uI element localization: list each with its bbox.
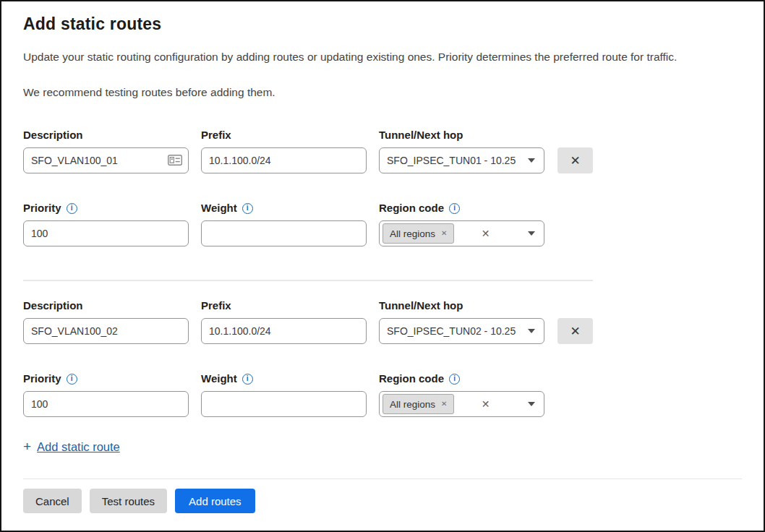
add-static-route-label: Add static route — [37, 440, 120, 454]
description-label: Description — [23, 299, 189, 313]
description-field-group: Description — [23, 128, 189, 173]
prefix-label: Prefix — [201, 299, 367, 313]
info-icon[interactable]: i — [449, 203, 460, 214]
close-icon: ✕ — [570, 153, 580, 168]
tunnel-field-group: Tunnel/Next hop SFO_IPSEC_TUN01 - 10.25.… — [379, 128, 544, 173]
chevron-down-icon — [528, 402, 535, 406]
priority-label: Priority — [23, 372, 61, 386]
chevron-down-icon — [528, 158, 535, 163]
info-icon[interactable]: i — [67, 203, 77, 214]
tunnel-label: Tunnel/Next hop — [379, 299, 544, 313]
add-routes-button[interactable]: Add routes — [175, 489, 255, 513]
test-routes-button[interactable]: Test routes — [90, 489, 167, 513]
tunnel-select-value: SFO_IPSEC_TUN01 - 10.25... — [387, 155, 516, 166]
weight-field-group: Weight i — [201, 201, 367, 246]
intro-text: Update your static routing configuration… — [23, 50, 742, 64]
chevron-down-icon — [528, 329, 535, 333]
description-input[interactable] — [23, 147, 189, 173]
prefix-input[interactable] — [201, 318, 367, 344]
contact-card-icon[interactable] — [168, 155, 182, 166]
chip-remove-icon[interactable]: ✕ — [441, 230, 447, 237]
region-code-label: Region code — [379, 201, 444, 215]
description-field-group: Description — [23, 299, 189, 344]
description-input[interactable] — [23, 318, 189, 344]
tunnel-select[interactable]: SFO_IPSEC_TUN02 - 10.25... — [379, 318, 544, 344]
region-code-field-group: Region code i All regions ✕ ✕ — [379, 201, 544, 246]
info-icon[interactable]: i — [67, 374, 77, 385]
footer-action-bar: Cancel Test routes Add routes — [23, 489, 742, 513]
region-code-multiselect[interactable]: All regions ✕ ✕ — [379, 220, 544, 246]
description-label: Description — [23, 128, 189, 142]
plus-icon: + — [23, 439, 31, 455]
region-chip: All regions ✕ — [382, 223, 454, 244]
recommendation-text: We recommend testing routes before addin… — [23, 85, 742, 99]
tunnel-select[interactable]: SFO_IPSEC_TUN01 - 10.25... — [379, 147, 544, 173]
prefix-label: Prefix — [201, 128, 367, 142]
weight-label: Weight — [201, 201, 237, 215]
weight-label: Weight — [201, 372, 237, 386]
region-code-field-group: Region code i All regions ✕ ✕ — [379, 372, 544, 417]
info-icon[interactable]: i — [449, 374, 460, 385]
weight-input[interactable] — [201, 391, 367, 417]
route-divider — [23, 280, 593, 281]
footer-divider — [23, 479, 742, 479]
route-entry-1: Description Prefix — [23, 128, 742, 246]
info-icon[interactable]: i — [242, 374, 253, 385]
tunnel-select-value: SFO_IPSEC_TUN02 - 10.25... — [387, 325, 516, 337]
region-chip-label: All regions — [390, 228, 435, 239]
add-static-routes-dialog: Add static routes Update your static rou… — [0, 0, 765, 532]
close-icon: ✕ — [570, 324, 580, 339]
add-static-route-link[interactable]: + Add static route — [23, 439, 120, 455]
cancel-button[interactable]: Cancel — [23, 489, 82, 513]
clear-icon[interactable]: ✕ — [482, 399, 490, 409]
priority-input[interactable] — [23, 391, 189, 417]
tunnel-label: Tunnel/Next hop — [379, 128, 544, 142]
weight-input[interactable] — [201, 220, 367, 246]
prefix-field-group: Prefix — [201, 128, 367, 173]
route-entry-2: Description Prefix Tunnel/Next hop SFO_I… — [23, 299, 742, 417]
priority-label: Priority — [23, 201, 61, 215]
prefix-field-group: Prefix — [201, 299, 367, 344]
region-code-multiselect[interactable]: All regions ✕ ✕ — [379, 391, 544, 417]
chip-remove-icon[interactable]: ✕ — [441, 400, 447, 408]
region-code-label: Region code — [379, 372, 444, 386]
remove-route-button[interactable]: ✕ — [557, 147, 593, 173]
info-icon[interactable]: i — [242, 203, 253, 214]
remove-route-button[interactable]: ✕ — [557, 318, 593, 344]
priority-input[interactable] — [23, 220, 189, 246]
region-chip-label: All regions — [390, 399, 435, 410]
priority-field-group: Priority i — [23, 201, 189, 246]
prefix-input[interactable] — [201, 147, 367, 173]
clear-icon[interactable]: ✕ — [482, 228, 490, 239]
page-title: Add static routes — [23, 14, 742, 34]
chevron-down-icon — [528, 231, 535, 236]
region-chip: All regions ✕ — [382, 394, 454, 414]
tunnel-field-group: Tunnel/Next hop SFO_IPSEC_TUN02 - 10.25.… — [379, 299, 544, 344]
priority-field-group: Priority i — [23, 372, 189, 417]
weight-field-group: Weight i — [201, 372, 367, 417]
